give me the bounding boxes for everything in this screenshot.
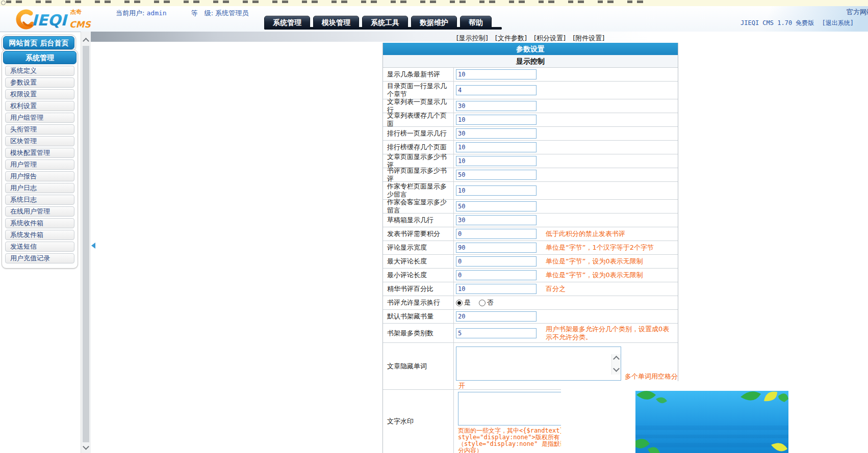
table-row: 排行榜一页显示几行 xyxy=(383,127,678,141)
param-input[interactable] xyxy=(456,115,537,125)
table-row: 文章页面显示多少书评 xyxy=(383,154,678,168)
row-label: 精华书评百分比 xyxy=(383,282,454,296)
row-label: 目录页面一行显示几个章节 xyxy=(383,82,454,99)
nav-tab[interactable]: 系统工具 xyxy=(362,16,408,30)
row-label: 文章页面显示多少书评 xyxy=(383,154,454,168)
sidebar-item[interactable]: 用户报告 xyxy=(5,171,74,181)
sidebar-item[interactable]: 用户日志 xyxy=(5,183,74,193)
table-row: 书评允许显示换行是否 xyxy=(383,296,678,310)
param-input[interactable] xyxy=(456,311,537,322)
param-input[interactable] xyxy=(456,201,537,211)
textarea-scroll-up-icon[interactable] xyxy=(614,355,619,361)
param-input[interactable] xyxy=(456,128,537,139)
admin-home-link[interactable]: 后台首页 xyxy=(40,39,68,47)
param-input[interactable] xyxy=(456,328,537,338)
nav-tab[interactable]: 系统管理 xyxy=(264,16,310,30)
settings-tab[interactable]: [附件设置] xyxy=(573,34,604,42)
svg-text:IEQI: IEQI xyxy=(32,11,68,29)
sidebar-item[interactable]: 发送短信 xyxy=(5,242,74,252)
sidebar-item[interactable]: 权利设置 xyxy=(5,101,74,111)
table-row: 文章列表缓存几个页面 xyxy=(383,113,678,127)
rank-label: 等 级: xyxy=(191,9,213,17)
param-input[interactable] xyxy=(456,284,537,294)
textarea-scroll-down-icon[interactable] xyxy=(614,366,619,372)
radio-option[interactable]: 是 xyxy=(456,298,471,307)
page-scrollbar[interactable] xyxy=(81,32,91,453)
clipped-text-fragments xyxy=(6,1,644,3)
table-row: 排行榜缓存几个页面 xyxy=(383,141,678,154)
param-input[interactable] xyxy=(456,170,537,180)
table-row: 作家专栏页面显示多少留言 xyxy=(383,182,678,200)
row-label: 评论显示宽度 xyxy=(383,241,454,254)
sidebar-item[interactable]: 用户组管理 xyxy=(5,113,74,123)
sidebar-item[interactable]: 权限设置 xyxy=(5,89,74,99)
radio-selected-icon[interactable] xyxy=(456,300,463,306)
table-row: 书评页面显示多少书评 xyxy=(383,168,678,182)
param-input[interactable] xyxy=(456,156,537,166)
hidden-words-textarea[interactable] xyxy=(456,347,621,381)
row-label: 文字水印 xyxy=(383,390,454,453)
clipped-top-strip xyxy=(0,0,868,6)
textarea-scrollbar[interactable] xyxy=(611,354,621,375)
row-label: 排行榜缓存几个页面 xyxy=(383,141,454,154)
sidebar-collapse-icon[interactable] xyxy=(91,243,95,249)
table-row: 显示几条最新书评 xyxy=(383,68,678,82)
table-row: 目录页面一行显示几个章节 xyxy=(383,82,678,99)
version-text: JIEQI CMS 1.70 免费版 xyxy=(741,19,814,26)
scrollbar-thumb[interactable] xyxy=(83,46,89,442)
param-input[interactable] xyxy=(456,185,537,196)
row-label: 作家专栏页面显示多少留言 xyxy=(383,182,454,199)
param-input[interactable] xyxy=(456,243,537,253)
param-input[interactable] xyxy=(456,69,537,79)
sidebar-item[interactable]: 系统日志 xyxy=(5,195,74,205)
param-input[interactable] xyxy=(456,215,537,225)
version-bar: JIEQI CMS 1.70 免费版 [退出系统] xyxy=(741,19,854,28)
table-row: 作家会客室显示多少留言 xyxy=(383,200,678,214)
sidebar-item[interactable]: 系统发件箱 xyxy=(5,230,74,240)
sidebar-item[interactable]: 系统定义 xyxy=(5,66,74,76)
sidebar-item[interactable]: 模块配置管理 xyxy=(5,148,74,158)
sidebar-item[interactable]: 在线用户管理 xyxy=(5,206,74,217)
nav-tab[interactable]: 数据维护 xyxy=(411,16,457,30)
radio-unselected-icon[interactable] xyxy=(479,300,486,306)
row-hint: 单位是“字节”，设为0表示无限制 xyxy=(546,271,678,279)
site-home-link[interactable]: 网站首页 xyxy=(9,39,38,47)
settings-tabs: [显示控制][文件参数][积分设置][附件设置] xyxy=(382,34,678,43)
row-label: 文章隐藏单词 xyxy=(383,343,454,389)
settings-tab[interactable]: [显示控制] xyxy=(456,34,488,42)
sidebar-item[interactable]: 头衔管理 xyxy=(5,124,74,135)
radio-label: 否 xyxy=(487,298,494,307)
sidebar-item[interactable]: 参数设置 xyxy=(5,77,74,88)
radio-option[interactable]: 否 xyxy=(479,298,494,307)
nav-tab[interactable]: 模块管理 xyxy=(313,16,359,30)
row-hint-wrapped: 开 xyxy=(458,381,465,390)
section-title: 显示控制 xyxy=(383,55,678,68)
row-hint: 多个单词用空格分 xyxy=(625,372,678,381)
param-input[interactable] xyxy=(456,85,537,95)
param-input[interactable] xyxy=(456,256,537,267)
sidebar-item[interactable]: 用户管理 xyxy=(5,159,74,170)
sidebar-item[interactable]: 用户充值记录 xyxy=(5,253,74,263)
home-buttons-bar: 网站首页 后台首页 xyxy=(3,36,74,49)
sidebar-item[interactable]: 区块管理 xyxy=(5,136,74,146)
jieqi-cms-logo: IEQI 杰奇 CMS xyxy=(13,7,95,31)
scroll-down-icon[interactable] xyxy=(83,444,89,450)
param-input[interactable] xyxy=(456,270,537,280)
scroll-up-icon[interactable] xyxy=(83,37,89,43)
row-hint: 百分之 xyxy=(546,285,678,293)
param-input[interactable] xyxy=(456,142,537,152)
table-row: 评论显示宽度单位是“字节”，1个汉字等于2个字节 xyxy=(383,241,678,255)
row-hint: 单位是“字节”，设为0表示无限制 xyxy=(546,257,678,265)
official-site-link[interactable]: 官方网站 xyxy=(847,8,868,17)
settings-tab[interactable]: [积分设置] xyxy=(534,34,566,42)
sidebar-item[interactable]: 系统收件箱 xyxy=(5,218,74,228)
logout-link[interactable]: [退出系统] xyxy=(822,19,854,26)
table-row: 草稿箱显示几行 xyxy=(383,214,678,227)
watermark-hint-line: 分内容） xyxy=(458,447,573,453)
sidebar-section-header[interactable]: 系统管理 xyxy=(3,51,76,64)
settings-tab[interactable]: [文件参数] xyxy=(495,34,527,42)
param-input[interactable] xyxy=(456,229,537,239)
param-input[interactable] xyxy=(456,101,537,111)
nav-tab[interactable]: 帮助 xyxy=(460,16,492,30)
svg-text:CMS: CMS xyxy=(69,19,91,30)
